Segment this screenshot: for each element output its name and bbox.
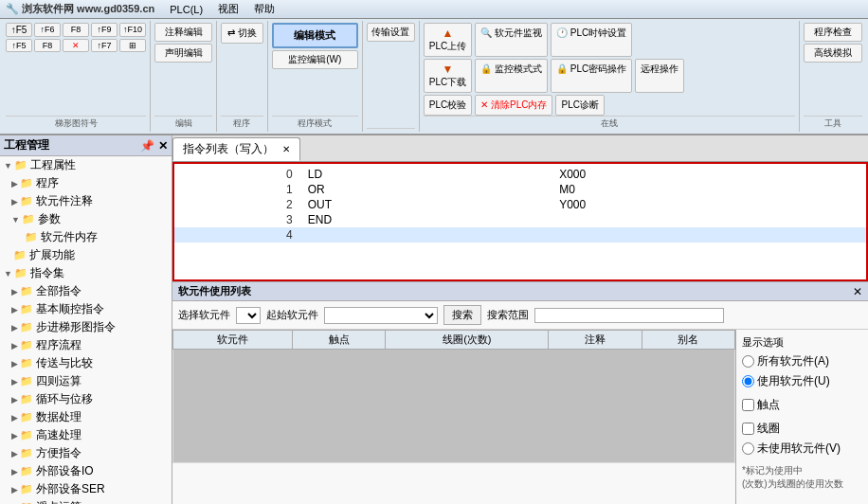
btn-high-sim[interactable]: 高线模拟 [804,44,862,63]
tree-root-project[interactable]: ▼ 📁 工程属性 [0,156,172,174]
tree-item-ext-ser[interactable]: ▶ 📁 外部设备SER [0,480,172,498]
sw-element-select[interactable] [236,307,261,324]
ribbon-group-switch: ⇄ 切换 程序 [217,21,268,132]
checkbox-contact[interactable]: 触点 [742,397,862,413]
btn-f5[interactable]: ↑F5 [6,23,32,37]
ribbon-group-annotation: 注释编辑 声明编辑 编辑 [151,21,217,132]
btn-monitor-mode[interactable]: 🔒 监控模式式 [475,59,548,93]
btn-plc-password[interactable]: 🔒 PLC密码操作 [551,59,632,93]
btn-plc-upload[interactable]: ▲ PLC上传 [424,23,472,57]
checkbox-coil[interactable]: 线圈 [742,421,862,437]
tree-item-shift[interactable]: ▶ 📁 循环与位移 [0,390,172,408]
menu-view[interactable]: 视图 [218,2,239,16]
btn-f5b[interactable]: ↑F5 [6,39,32,52]
col-alias: 别名 [642,331,734,350]
radio-used-elements[interactable]: 使用软元件(U) [742,373,862,389]
tree-root-instr[interactable]: ▼ 📁 指令集 [0,264,172,282]
sidebar: 工程管理 📌 ✕ ▼ 📁 工程属性 ▶ 📁 程序 ▶ 📁 软元件注释 ▼ 📁 参… [0,135,172,504]
menu-bar: 🔧 浏东软件网 www.gd0359.cn PLC(L) 视图 帮助 [0,0,868,19]
btn-declare-edit[interactable]: 声明编辑 [154,44,212,63]
btn-edit-mode[interactable]: 编辑模式 [272,23,358,48]
table-row[interactable]: 2 OUT Y000 [174,197,866,212]
btn-plc-verify[interactable]: PLC校验 [424,95,472,116]
btn-program-check[interactable]: 程序检查 [804,23,862,42]
tree-item-data[interactable]: ▶ 📁 数据处理 [0,408,172,426]
btn-monitor-edit[interactable]: 监控编辑(W) [272,50,358,69]
btn-plc-diagnose[interactable]: PLC诊断 [555,95,604,116]
btn-device-monitor[interactable]: 🔍 软元件监视 [475,23,548,57]
ribbon-group-online: ▲ PLC上传 🔍 软元件监视 🕐 PLC时钟设置 ▼ PLC下载 🔒 监控模式… [420,21,800,132]
tree-item-params[interactable]: ▼ 📁 参数 [0,210,172,228]
tree-item-devmem[interactable]: 📁 软元件内存 [0,228,172,246]
btn-f6b[interactable]: F8 [34,39,61,52]
tree-item-math[interactable]: ▶ 📁 四则运算 [0,372,172,390]
tree-item-float[interactable]: ▶ 📁 浮点运算 [0,498,172,504]
sidebar-header: 工程管理 📌 ✕ [0,135,172,156]
tree-item-transfer[interactable]: ▶ 📁 传送与比较 [0,354,172,372]
table-row[interactable]: 3 END [174,212,866,227]
tab-close-btn[interactable]: ✕ [282,144,290,154]
sw-start-element-select[interactable] [324,307,438,324]
btn-remote-op[interactable]: 远程操作 [635,59,684,93]
btn-win[interactable]: ⊞ [119,39,146,52]
radio-unused-elements[interactable]: 未使用软元件(V) [742,441,862,457]
radio-all-elements[interactable]: 所有软元件(A) [742,353,862,369]
sw-range-input[interactable] [534,308,724,323]
col-comment: 注释 [549,331,642,350]
tree-item-ext[interactable]: 📁 扩展功能 [0,246,172,264]
sw-panel-toolbar: 选择软元件 起始软元件 搜索 搜索范围 [172,301,868,330]
group-label-annotation: 编辑 [154,116,212,130]
btn-plc-download[interactable]: ▼ PLC下载 [424,59,472,93]
group-label-tools2: 工具 [804,116,862,130]
tree-item-step-ladder[interactable]: ▶ 📁 步进梯形图指令 [0,318,172,336]
btn-f6[interactable]: ↑F6 [34,23,61,37]
sidebar-pin[interactable]: 📌 [140,139,154,153]
tree-item-prog-flow[interactable]: ▶ 📁 程序流程 [0,336,172,354]
sw-note: *标记为使用中(次数)为线圈的使用次数 [742,464,862,491]
tree-item-program[interactable]: ▶ 📁 程序 [0,174,172,192]
tree-item-convenient[interactable]: ▶ 📁 方便指令 [0,444,172,462]
tab-instruction-list[interactable]: 指令列表（写入） ✕ [172,137,300,161]
sw-panel-header: 软元件使用列表 ✕ [172,282,868,301]
tree-item-comment[interactable]: ▶ 📁 软元件注释 [0,192,172,210]
btn-transfer[interactable]: 传输设置 [367,23,415,42]
instruction-panel: 0 LD X000 1 OR M0 2 OUT Y000 [172,162,868,281]
tab-bar: 指令列表（写入） ✕ [172,135,868,162]
sw-element-table: 软元件 触点 线圈(次数) 注释 别名 [172,330,735,463]
table-row[interactable]: 4 [174,227,866,243]
ribbon-group-mode: 编辑模式 监控编辑(W) 程序模式 [268,21,363,132]
sw-element-panel: 软元件使用列表 ✕ 选择软元件 起始软元件 搜索 搜索范围 [172,281,868,504]
sw-panel-close-btn[interactable]: ✕ [853,285,862,298]
btn-alt[interactable]: ↑F10 [119,23,146,37]
btn-del[interactable]: ✕ [63,39,89,52]
tree-item-ext-io[interactable]: ▶ 📁 外部设备IO [0,462,172,480]
group-label-tools: 梯形图符号 [6,116,146,130]
tree-item-basic-seq[interactable]: ▶ 📁 基本顺控指令 [0,300,172,318]
col-element: 软元件 [173,331,293,350]
btn-switch[interactable]: ⇄ 切换 [221,23,263,44]
app-title: 🔧 浏东软件网 www.gd0359.cn [6,2,154,16]
sw-options-panel: 显示选项 所有软元件(A) 使用软元件(U) 触点 [735,330,868,504]
menu-plc[interactable]: PLC(L) [170,4,203,15]
ribbon-group-tools: 程序检查 高线模拟 工具 [800,21,866,132]
sidebar-title: 工程管理 [4,137,49,153]
btn-f7b[interactable]: ↑F7 [91,39,118,52]
table-row[interactable]: 1 OR M0 [174,182,866,197]
ribbon-group-transfer: 传输设置 [363,21,420,132]
tree-item-highspeed[interactable]: ▶ 📁 高速处理 [0,426,172,444]
btn-clock-setting[interactable]: 🕐 PLC时钟设置 [551,23,632,57]
btn-clear-mem[interactable]: ✕ 清除PLC内存 [475,95,552,116]
group-label-transfer [367,128,415,130]
menu-help[interactable]: 帮助 [254,2,275,16]
ribbon-group-edit: ↑F5 ↑F6 F8 ↑F9 ↑F10 ↑F5 F8 ✕ ↑F7 ⊞ 梯形图符号 [2,21,151,132]
tree-item-all-instr[interactable]: ▶ 📁 全部指令 [0,282,172,300]
btn-f9[interactable]: ↑F9 [91,23,118,37]
sw-search-btn[interactable]: 搜索 [443,305,481,325]
btn-f7[interactable]: F8 [63,23,89,37]
ribbon: ↑F5 ↑F6 F8 ↑F9 ↑F10 ↑F5 F8 ✕ ↑F7 ⊞ 梯形图符号… [0,19,868,135]
instruction-table: 0 LD X000 1 OR M0 2 OUT Y000 [174,164,866,243]
sw-table-area: 软元件 触点 线圈(次数) 注释 别名 [172,330,868,504]
btn-comment-edit[interactable]: 注释编辑 [154,23,212,42]
sidebar-close[interactable]: ✕ [158,139,168,153]
table-row[interactable]: 0 LD X000 [174,164,866,182]
